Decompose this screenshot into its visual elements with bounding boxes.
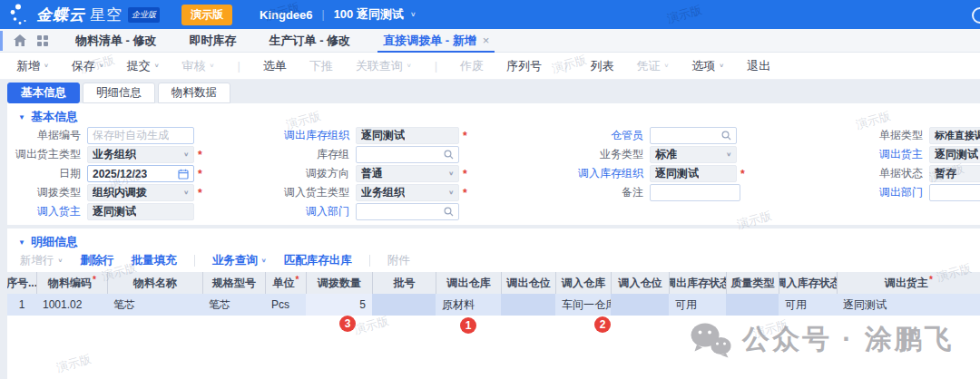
void-button: 作废 xyxy=(460,58,484,74)
bill-no-input[interactable]: 保存时自动生成 xyxy=(87,127,194,144)
transfer-type-select[interactable]: 组织内调拨∨ xyxy=(87,184,194,201)
cell-out-stock-status[interactable]: 可用 xyxy=(669,294,726,316)
out-owner-type-select[interactable]: 业务组织∨ xyxy=(87,146,194,163)
topbar-right-icon[interactable] xyxy=(972,7,980,24)
annotation-badge-3: 3 xyxy=(339,316,356,332)
col-out-stock-status[interactable]: 调出库存状态 xyxy=(669,272,726,294)
cell-quality-type[interactable] xyxy=(726,294,779,316)
tab-production-order[interactable]: 生产订单 - 修改 xyxy=(270,29,351,53)
col-quality-type[interactable]: 质量类型 xyxy=(726,272,779,294)
subtab-material-data[interactable]: 物料数据 xyxy=(158,83,230,103)
search-icon[interactable] xyxy=(444,150,454,160)
submit-button[interactable]: 提交∨ xyxy=(127,58,160,74)
subtab-basic-info[interactable]: 基本信息 xyxy=(7,83,80,103)
chevron-down-icon[interactable]: ∨ xyxy=(44,63,49,69)
collapse-triangle-icon[interactable]: ▼ xyxy=(18,238,25,247)
chevron-down-icon[interactable]: ∨ xyxy=(726,151,731,158)
push-down-button: 下推 xyxy=(309,58,333,74)
topbar: 金蝶云 星空 企业版 演示版 Kingdee6 | 100 逐同测试 ∨ xyxy=(0,0,980,29)
cell-material-name[interactable]: 笔芯 xyxy=(107,294,202,316)
business-type-select[interactable]: 标准∨ xyxy=(650,146,737,163)
close-icon[interactable]: × xyxy=(483,34,490,47)
col-out-location[interactable]: 调出仓位 xyxy=(501,272,555,294)
col-seq[interactable]: 序号... xyxy=(7,272,36,294)
save-button[interactable]: 保存∨ xyxy=(72,58,104,74)
annotation-badge-2: 2 xyxy=(594,316,611,333)
stock-group-lookup[interactable] xyxy=(356,146,459,163)
cell-in-warehouse[interactable]: 车间一仓库 xyxy=(555,294,611,316)
cell-unit[interactable]: Pcs xyxy=(265,294,306,316)
out-stock-org-value[interactable]: 逐同测试 xyxy=(356,127,459,144)
bill-status-value[interactable]: 暂存 xyxy=(929,165,980,182)
cell-material-code[interactable]: 1001.02 xyxy=(36,294,107,316)
cell-seq[interactable]: 1 xyxy=(7,294,36,316)
list-button[interactable]: 列表 xyxy=(590,58,613,74)
out-dept-input[interactable] xyxy=(929,184,980,201)
grid-data-row[interactable]: 1 1001.02 笔芯 笔芯 Pcs 5 原材料 车间一仓库 可用 可用 逐同… xyxy=(7,294,980,316)
col-out-owner[interactable]: 调出货主* xyxy=(837,272,980,294)
match-stock-out-button[interactable]: 匹配库存出库 xyxy=(284,253,352,268)
in-owner-value[interactable]: 逐同测试 xyxy=(87,203,194,220)
date-input[interactable]: 2025/12/23 xyxy=(87,165,194,182)
chevron-down-icon[interactable]: ∨ xyxy=(719,63,724,69)
options-button[interactable]: 选项∨ xyxy=(691,58,724,74)
chevron-down-icon[interactable]: ∨ xyxy=(448,170,454,177)
exit-button[interactable]: 退出 xyxy=(747,58,770,74)
chevron-down-icon[interactable]: ∨ xyxy=(183,190,189,196)
chevron-down-icon[interactable]: ∨ xyxy=(410,11,416,18)
col-in-location[interactable]: 调入仓位 xyxy=(611,272,669,294)
chevron-down-icon[interactable]: ∨ xyxy=(154,63,160,69)
detail-section-header[interactable]: ▼ 明细信息 xyxy=(18,234,78,250)
tab-material-list[interactable]: 物料清单 - 修改 xyxy=(75,29,157,53)
batch-fill-button[interactable]: 批量填充 xyxy=(132,253,177,268)
business-query-button[interactable]: 业务查询∨ xyxy=(212,253,267,268)
select-bill-button[interactable]: 选单 xyxy=(263,58,287,74)
col-material-code[interactable]: 物料编码* xyxy=(36,272,107,294)
cell-transfer-qty[interactable]: 5 xyxy=(306,294,372,316)
out-owner-value[interactable]: 逐同测试 xyxy=(929,146,980,163)
tab-realtime-inventory[interactable]: 即时库存 xyxy=(190,29,237,53)
new-button[interactable]: 新增∨ xyxy=(16,58,49,74)
transfer-direction-select[interactable]: 普通∨ xyxy=(356,165,459,182)
wechat-watermark-text: 公众号 · 涂鹏飞 xyxy=(742,321,955,358)
cell-in-location[interactable] xyxy=(611,294,669,316)
voucher-button: 凭证∨ xyxy=(636,58,669,74)
apps-grid-icon[interactable] xyxy=(37,35,48,46)
chevron-down-icon[interactable]: ∨ xyxy=(183,151,189,158)
col-spec-model[interactable]: 规格型号 xyxy=(202,272,265,294)
col-transfer-qty[interactable]: 调拨数量 xyxy=(306,272,372,294)
col-material-name[interactable]: 物料名称 xyxy=(107,272,202,294)
chevron-down-icon[interactable]: ∨ xyxy=(99,63,104,69)
col-in-stock-status[interactable]: 调入库存状态 xyxy=(779,272,837,294)
search-icon[interactable] xyxy=(721,131,731,141)
in-owner-type-select[interactable]: 业务组织∨ xyxy=(356,184,459,201)
cell-out-location[interactable] xyxy=(501,294,555,316)
subtab-detail-info[interactable]: 明细信息 xyxy=(83,83,155,103)
bill-type-value[interactable]: 标准直接调拨单 xyxy=(929,127,980,144)
col-lot-no[interactable]: 批号 xyxy=(372,272,436,294)
cell-out-owner[interactable]: 逐同测试 xyxy=(837,294,980,316)
basic-section-header[interactable]: ▼ 基本信息 xyxy=(18,109,78,125)
col-in-warehouse[interactable]: 调入仓库 xyxy=(555,272,611,294)
tab-direct-transfer-new[interactable]: 直接调拨单 - 新增 × xyxy=(383,29,489,53)
section-tabs: 基本信息 明细信息 物料数据 xyxy=(0,80,980,103)
collapse-triangle-icon[interactable]: ▼ xyxy=(18,113,25,121)
cell-lot-no[interactable] xyxy=(372,294,436,316)
chevron-down-icon[interactable]: ∨ xyxy=(261,258,267,264)
remark-input[interactable] xyxy=(650,184,740,201)
cell-out-warehouse[interactable]: 原材料 xyxy=(436,294,501,316)
search-icon[interactable] xyxy=(444,207,454,217)
home-icon[interactable] xyxy=(14,34,26,46)
serial-number-button[interactable]: 序列号 xyxy=(506,58,542,74)
delete-row-button[interactable]: 删除行 xyxy=(80,253,114,268)
col-out-warehouse[interactable]: 调出仓库 xyxy=(436,272,501,294)
in-stock-org-value[interactable]: 逐同测试 xyxy=(650,165,737,182)
chevron-down-icon[interactable]: ∨ xyxy=(448,190,454,196)
in-dept-lookup[interactable] xyxy=(356,203,459,220)
calendar-icon[interactable] xyxy=(178,169,189,180)
warehouse-keeper-lookup[interactable] xyxy=(650,127,737,144)
org-switcher[interactable]: 100 逐同测试 xyxy=(334,6,404,23)
cell-spec-model[interactable]: 笔芯 xyxy=(202,294,265,316)
col-unit[interactable]: 单位* xyxy=(265,272,306,294)
cell-in-stock-status[interactable]: 可用 xyxy=(779,294,837,316)
